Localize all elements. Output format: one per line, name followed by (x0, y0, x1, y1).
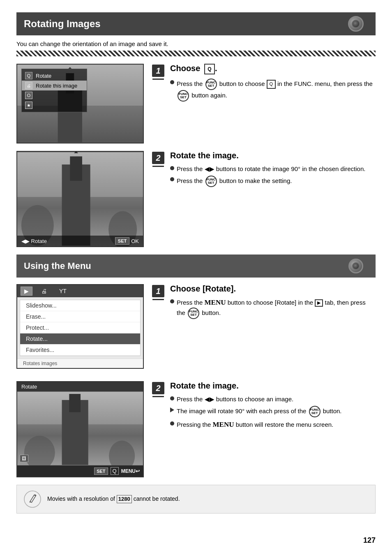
step1-num: 1 (152, 65, 164, 77)
menu-step1-bullet-1-text: Press the MENU button to choose [Rotate]… (177, 298, 376, 319)
rotate-screen-header: Rotate (17, 382, 143, 391)
menu-step1-right: 1 Choose [Rotate]. Press the MENU button… (152, 284, 376, 328)
q-icon-inline: Q (267, 80, 276, 89)
menu-step2-bullet-list: Press the ◀▶ buttons to choose an image.… (170, 395, 376, 430)
camera-lens-decor (344, 16, 368, 32)
set-tag: SET (94, 467, 108, 475)
menu-screen-hint: Rotates images (17, 359, 143, 368)
func-btn-3: FUNCSET (205, 176, 217, 187)
menu-bold-1: MENU (205, 298, 226, 306)
rotate-photo-svg (17, 391, 143, 465)
step1-bullet-list: Press the FUNCSET button to choose Q in … (170, 79, 376, 102)
lens-inner-2 (352, 262, 360, 270)
bullet-circle-2 (170, 166, 174, 170)
menu-step1-indicator: 1 (152, 285, 164, 300)
bullet-circle-6 (170, 421, 174, 426)
menu-screen-items: Slideshow... Erase... Protect... Rotate.… (20, 300, 141, 356)
menu-step1-bullet-1: Press the MENU button to choose [Rotate]… (170, 298, 376, 319)
menu-step2-underline (152, 396, 164, 397)
step2-container: 2 Rotate the image. Press the ◀▶ buttons… (152, 151, 376, 190)
menu-step2-bullet-1-text: Press the ◀▶ buttons to choose an image. (177, 395, 293, 403)
step2-bullet-2: Press the FUNCSET button to make the set… (170, 176, 376, 187)
star-icon: ★ (25, 102, 32, 109)
menu-item-rotate-icon: Q Rotate (22, 71, 87, 81)
func-btn-4: FUNCSET (188, 308, 199, 319)
step1-bullet-1: Press the FUNCSET button to choose Q in … (170, 79, 376, 102)
lens-inner (352, 20, 360, 28)
menu-item-rotate: Rotate... (20, 333, 140, 345)
menu-item-slideshow: Slideshow... (20, 300, 140, 311)
menu-step2-bullet-1: Press the ◀▶ buttons to choose an image. (170, 395, 376, 403)
note-box: Movies with a resolution of 1280 cannot … (16, 485, 376, 514)
menu-item-rotate-this-label: Rotate this image (36, 83, 77, 89)
rotate-mode-icon: Q (25, 72, 32, 79)
rotate-label: ◀▶ Rotate (21, 238, 47, 244)
rotate-screen-bottom-bar: SET Q MENU↩ (17, 465, 143, 477)
menu-step2-bullet-2: The image will rotate 90° with each pres… (170, 406, 376, 417)
menu-item-rotate-this: 🖨 Rotate this image (22, 81, 87, 90)
pencil-icon-wrap (23, 490, 42, 508)
menu-item-protect: Protect... (20, 322, 140, 333)
lens-outer-2 (348, 259, 363, 273)
svg-rect-10 (70, 156, 82, 180)
bullet-circle-5 (170, 396, 174, 400)
step2-row: ◀▶ Rotate SET OK 2 Rotate the image. (16, 151, 376, 247)
menu-bold-2: MENU (213, 421, 234, 428)
step2-bullet-list: Press the ◀▶ buttons to rotate the image… (170, 164, 376, 187)
menu-step2-bullet-3: Pressing the MENU button will restore th… (170, 420, 376, 430)
menu-step1-bullet-list: Press the MENU button to choose [Rotate]… (170, 298, 376, 319)
menu-step1-row: ▶ 🖨 YT Slideshow... Erase... Protect... … (16, 284, 376, 374)
q-icon-heading: Q (204, 64, 215, 74)
step1-indicator: 1 (152, 65, 164, 80)
page-container: Rotating Images You can change the orien… (0, 0, 392, 553)
step2-bullet-1-text: Press the ◀▶ buttons to rotate the image… (177, 164, 365, 173)
bullet-circle-1 (170, 80, 174, 84)
func-btn-1: FUNCSET (205, 79, 217, 90)
note-text: Movies with a resolution of 1280 cannot … (47, 495, 180, 503)
menu-item-favorites: Favorites... (20, 345, 140, 356)
menu-step1-container: 1 Choose [Rotate]. Press the MENU button… (152, 284, 376, 322)
menu-step1-content: Choose [Rotate]. Press the MENU button t… (170, 284, 376, 322)
playback-icon-inline: ▶ (315, 299, 323, 307)
set-button-label: SET (115, 237, 129, 245)
menu-item-erase: Erase... (20, 311, 140, 322)
image-size-icon: 🖼 (20, 455, 28, 462)
step1-underline (152, 79, 164, 80)
menu-step2-heading: Rotate the image. (170, 381, 376, 391)
step1-heading-text: Choose (170, 64, 200, 73)
func-btn-2: FUNCSET (178, 90, 189, 102)
step1-heading: Choose Q. (170, 64, 376, 74)
camera-screen-top: Q Rotate 🖨 Rotate this image O ★ (16, 64, 144, 143)
rotating-images-subtitle: You can change the orientation of an ima… (16, 40, 376, 47)
step1-row: Q Rotate 🖨 Rotate this image O ★ (16, 64, 376, 143)
page-number: 127 (363, 536, 376, 545)
step2-underline (152, 166, 164, 167)
menu-step1-num: 1 (152, 285, 164, 297)
photo-bottom-svg (17, 152, 143, 246)
step1-left: Q Rotate 🖨 Rotate this image O ★ (16, 64, 144, 143)
step1-content: Choose Q. Press the FUNCSET button to ch… (170, 64, 376, 104)
menu-step2-bullet-3-text: Pressing the MENU button will restore th… (177, 420, 333, 430)
camera-screen-bottom: ◀▶ Rotate SET OK (16, 151, 144, 247)
menu-step2-indicator: 2 (152, 382, 164, 397)
menu-step2-right: 2 Rotate the image. Press the ◀▶ buttons… (152, 381, 376, 439)
rotate-screen: Rotate (16, 381, 144, 477)
stripe-divider (16, 51, 376, 56)
rotating-images-title-text: Rotating Images (24, 18, 101, 30)
menu-overlay: Q Rotate 🖨 Rotate this image O ★ (21, 69, 87, 112)
menu-step2-content: Rotate the image. Press the ◀▶ buttons t… (170, 381, 376, 432)
camera-image-top: Q Rotate 🖨 Rotate this image O ★ (17, 65, 143, 143)
menu-step1-underline (152, 299, 164, 300)
step2-left: ◀▶ Rotate SET OK (16, 151, 144, 247)
menu-step2-left: Rotate (16, 381, 144, 477)
o-icon: O (25, 92, 32, 99)
rotating-images-title: Rotating Images (16, 12, 376, 35)
rotate-screen-img: 🖼 (17, 391, 143, 465)
rotate-this-icon: 🖨 (25, 82, 32, 89)
camera-lens-decor-2 (344, 258, 368, 274)
step2-indicator: 2 (152, 152, 164, 167)
menu-item-o: O (22, 90, 87, 100)
step2-content: Rotate the image. Press the ◀▶ buttons t… (170, 151, 376, 190)
bullet-circle-3 (170, 177, 174, 181)
camera-image-bottom: ◀▶ Rotate SET OK (17, 152, 143, 246)
